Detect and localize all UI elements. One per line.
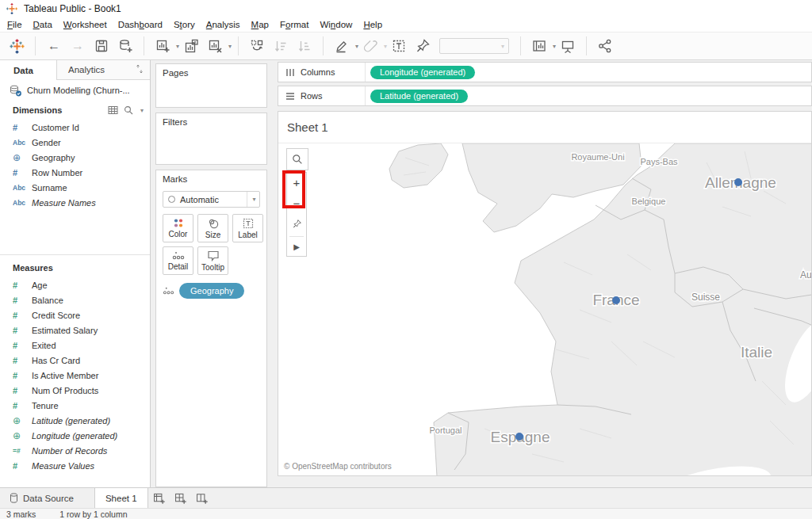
map-country-label: Pays-Bas (640, 157, 678, 166)
swap-rows-columns-button[interactable] (247, 36, 267, 56)
rows-shelf[interactable]: Rows Latitude (generated) (278, 86, 812, 106)
pages-card[interactable]: Pages (155, 63, 267, 108)
map-mark[interactable] (515, 433, 523, 441)
map-country-label: Royaume-Uni (571, 152, 624, 162)
map-controls-expand-button[interactable]: ▶ (287, 239, 306, 256)
map-country-label: Portugal (430, 426, 462, 435)
pane-collapse-icon[interactable] (136, 64, 144, 75)
map-mark[interactable] (612, 296, 620, 304)
dimension-field-row[interactable]: Abc Gender (0, 135, 150, 150)
detail-shelf-icon (163, 286, 174, 296)
number-icon: # (13, 356, 32, 365)
measure-field-row[interactable]: # Num Of Products (0, 383, 150, 398)
sort-descending-button[interactable] (294, 36, 315, 56)
map-view[interactable]: Royaume-UniPays-BasBelgiqueAllemagneFran… (278, 143, 811, 475)
geography-pill[interactable]: Geography (179, 283, 244, 299)
highlight-caret[interactable]: ▾ (355, 43, 358, 50)
measure-field-row[interactable]: # Age (0, 277, 150, 292)
measure-field-row[interactable]: ⊕ Longitude (generated) (0, 428, 150, 443)
new-worksheet-tab-button[interactable] (148, 488, 170, 508)
tableau-logo-icon[interactable] (6, 36, 27, 56)
sheet-title[interactable]: Sheet 1 (278, 112, 811, 143)
measure-field-row[interactable]: ⊕ Latitude (generated) (0, 413, 150, 428)
measure-field-row[interactable]: # Is Active Member (0, 368, 150, 383)
detail-button[interactable]: Detail (163, 246, 193, 275)
measure-field-row[interactable]: # Tenure (0, 398, 150, 413)
size-button[interactable]: Size (197, 214, 228, 242)
dimension-field-row[interactable]: Abc Measure Names (0, 195, 150, 210)
new-dashboard-tab-button[interactable] (170, 488, 191, 508)
save-button[interactable] (91, 36, 112, 56)
new-worksheet-caret[interactable]: ▾ (176, 43, 179, 50)
presentation-mode-button[interactable] (557, 36, 578, 56)
measure-field-row[interactable]: # Has Cr Card (0, 353, 150, 368)
rows-pill[interactable]: Latitude (generated) (370, 90, 468, 103)
tab-data[interactable]: Data (0, 60, 57, 80)
tab-analytics[interactable]: Analytics (57, 60, 150, 80)
menu-analysis[interactable]: Analysis (201, 20, 246, 29)
share-button[interactable] (595, 36, 615, 56)
view-data-grid-icon[interactable] (108, 105, 118, 115)
clear-sheet-caret[interactable]: ▾ (228, 43, 232, 50)
duplicate-sheet-button[interactable] (181, 36, 201, 56)
show-hide-cards-button[interactable] (529, 36, 550, 56)
menu-window[interactable]: Window (314, 20, 358, 29)
toolbar-separator (238, 36, 239, 55)
find-field-icon[interactable] (124, 105, 133, 115)
data-source-row[interactable]: Churn Modelling (Churn-... (0, 80, 150, 101)
show-mark-labels-button[interactable] (389, 36, 409, 56)
tooltip-button[interactable]: Tooltip (197, 246, 228, 275)
dimensions-menu-caret[interactable]: ▾ (140, 107, 144, 114)
map-search-button[interactable] (286, 148, 308, 170)
menu-dashboard[interactable]: Dashboard (113, 20, 168, 29)
filters-card[interactable]: Filters (155, 113, 267, 165)
undo-button[interactable]: ← (44, 36, 64, 56)
menu-story[interactable]: Story (168, 20, 201, 29)
tab-sheet-1[interactable]: Sheet 1 (94, 488, 148, 508)
group-members-button[interactable] (360, 36, 381, 56)
measure-field-row[interactable]: =# Number of Records (0, 443, 150, 458)
auto-count-icon: =# (13, 447, 32, 455)
measure-field-row[interactable]: # Estimated Salary (0, 322, 150, 338)
highlight-button[interactable] (331, 36, 352, 56)
menu-file[interactable]: File (2, 20, 28, 29)
menu-format[interactable]: Format (274, 20, 314, 29)
new-worksheet-button[interactable] (152, 36, 173, 56)
measure-field-row[interactable]: # Credit Score (0, 307, 150, 322)
new-story-tab-button[interactable] (191, 488, 213, 508)
map-country-label: Autriche (800, 269, 811, 280)
data-source-name: Churn Modelling (Churn-... (27, 86, 130, 95)
columns-pill[interactable]: Longitude (generated) (370, 66, 475, 79)
pin-map-button[interactable] (287, 214, 306, 235)
fix-axes-button[interactable] (412, 36, 433, 56)
measure-field-row[interactable]: # Exited (0, 338, 150, 353)
color-button[interactable]: Color (163, 214, 193, 242)
columns-shelf[interactable]: Columns Longitude (generated) (278, 62, 812, 82)
menu-map[interactable]: Map (246, 20, 274, 29)
group-members-caret[interactable]: ▾ (384, 43, 387, 50)
label-button[interactable]: Label (232, 214, 263, 242)
data-source-tab[interactable]: Data Source (0, 488, 94, 508)
menu-help[interactable]: Help (358, 20, 388, 29)
dimension-field-row[interactable]: Abc Surname (0, 180, 150, 195)
menu-worksheet[interactable]: Worksheet (58, 20, 113, 29)
sort-ascending-button[interactable] (270, 36, 291, 56)
dimension-field-row[interactable]: ⊕ Geography (0, 150, 150, 165)
map-mark[interactable] (734, 178, 742, 186)
redo-button[interactable]: → (67, 36, 88, 56)
measure-field-row[interactable]: # Measure Values (0, 458, 150, 473)
cards-pane: Pages Filters Marks Automatic ▾ Color (151, 60, 274, 487)
new-data-source-button[interactable] (115, 36, 136, 56)
fit-selector[interactable]: ▾ (439, 38, 509, 54)
map-attribution: © OpenStreetMap contributors (284, 462, 392, 471)
measure-field-row[interactable]: # Balance (0, 292, 150, 307)
clear-sheet-button[interactable] (205, 36, 225, 56)
show-hide-cards-caret[interactable]: ▾ (553, 43, 556, 50)
dimension-field-row[interactable]: # Customer Id (0, 120, 150, 135)
circle-mark-icon (168, 196, 175, 203)
window-title: Tableau Public - Book1 (24, 3, 121, 14)
status-bar: 3 marks 1 row by 1 column (0, 508, 812, 519)
menu-data[interactable]: Data (28, 20, 58, 29)
dimension-field-row[interactable]: # Row Number (0, 165, 150, 180)
mark-type-dropdown[interactable]: Automatic ▾ (163, 191, 260, 208)
